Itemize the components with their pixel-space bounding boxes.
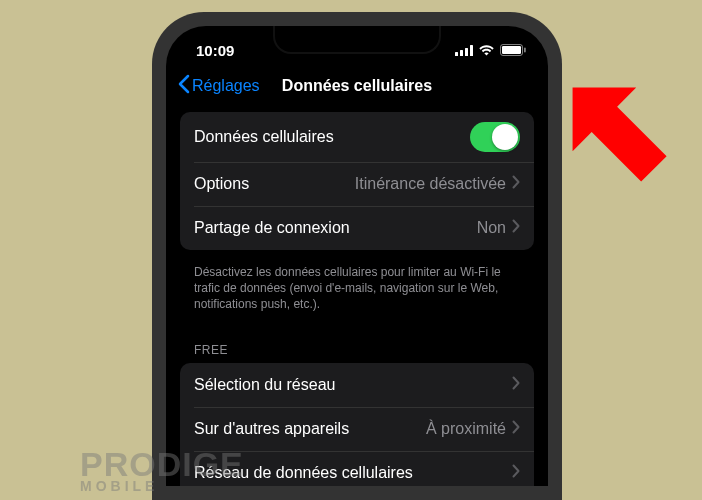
row-network-selection[interactable]: Sélection du réseau bbox=[180, 363, 534, 407]
svg-rect-1 bbox=[460, 50, 463, 56]
row-value: Itinérance désactivée bbox=[355, 175, 506, 193]
svg-rect-2 bbox=[465, 48, 468, 56]
back-button[interactable]: Réglages bbox=[178, 74, 260, 98]
svg-rect-3 bbox=[470, 45, 473, 56]
row-cellular-data[interactable]: Données cellulaires bbox=[180, 112, 534, 162]
settings-group-carrier: Sélection du réseau Sur d'autres apparei… bbox=[180, 363, 534, 486]
chevron-right-icon bbox=[512, 464, 520, 482]
chevron-right-icon bbox=[512, 420, 520, 438]
row-label: Options bbox=[194, 175, 249, 193]
row-hotspot[interactable]: Partage de connexion Non bbox=[180, 206, 534, 250]
back-label: Réglages bbox=[192, 77, 260, 95]
notch bbox=[273, 26, 441, 54]
row-value: Non bbox=[477, 219, 506, 237]
battery-icon bbox=[500, 42, 526, 59]
svg-marker-7 bbox=[550, 60, 680, 200]
row-label: Sur d'autres appareils bbox=[194, 420, 349, 438]
row-label: Partage de connexion bbox=[194, 219, 350, 237]
svg-rect-6 bbox=[524, 47, 526, 52]
row-label: Sélection du réseau bbox=[194, 376, 335, 394]
row-label: Réseau de données cellulaires bbox=[194, 464, 413, 482]
row-cellular-data-network[interactable]: Réseau de données cellulaires bbox=[180, 451, 534, 486]
page-title: Données cellulaires bbox=[282, 77, 432, 95]
chevron-right-icon bbox=[512, 219, 520, 237]
wifi-icon bbox=[478, 42, 495, 59]
status-time: 10:09 bbox=[196, 42, 234, 59]
cellular-footer-text: Désactivez les données cellulaires pour … bbox=[180, 258, 534, 331]
svg-rect-5 bbox=[502, 46, 521, 54]
chevron-right-icon bbox=[512, 376, 520, 394]
phone-frame: 10:09 Réglages Données cellulai bbox=[152, 12, 562, 500]
carrier-section-header: FREE bbox=[180, 331, 534, 363]
row-label: Données cellulaires bbox=[194, 128, 334, 146]
navigation-bar: Réglages Données cellulaires bbox=[166, 64, 548, 112]
settings-group-main: Données cellulaires Options Itinérance d… bbox=[180, 112, 534, 250]
row-options[interactable]: Options Itinérance désactivée bbox=[180, 162, 534, 206]
row-other-devices[interactable]: Sur d'autres appareils À proximité bbox=[180, 407, 534, 451]
svg-rect-0 bbox=[455, 52, 458, 56]
row-value: À proximité bbox=[426, 420, 506, 438]
chevron-right-icon bbox=[512, 175, 520, 193]
cellular-data-toggle[interactable] bbox=[470, 122, 520, 152]
screen: 10:09 Réglages Données cellulai bbox=[166, 26, 548, 486]
signal-icon bbox=[455, 42, 473, 59]
chevron-left-icon bbox=[178, 74, 190, 98]
annotation-arrow bbox=[550, 60, 680, 204]
switch-knob bbox=[492, 124, 518, 150]
